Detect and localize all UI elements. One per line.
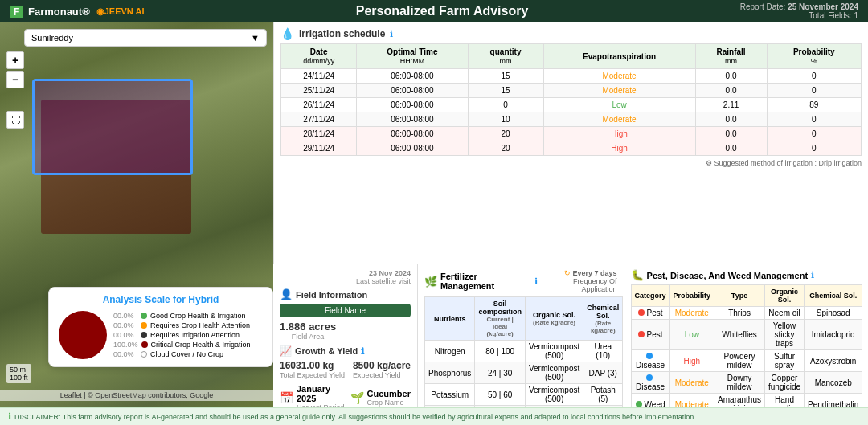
irrigation-info-icon[interactable]: ℹ	[390, 29, 393, 39]
fert-col-nutrient: Nutrients	[425, 297, 475, 341]
irr-qty: 20	[468, 127, 543, 141]
irrigation-header-row: Datedd/mm/yy Optimal TimeHH:MM quantitym…	[281, 44, 862, 69]
legend-label-0: Good Crop Health & Irrigation	[150, 312, 246, 320]
crop-details: Cucumber Crop Name	[367, 389, 411, 407]
fertilizer-row: Sulfur 16 | 20 Vermicompost (500) NPK 19…	[425, 406, 623, 408]
pest-prob: Low	[669, 320, 714, 350]
irrigation-header: 💧 Irrigation schedule ℹ	[280, 27, 862, 40]
irr-time: 06:00-08:00	[357, 98, 468, 112]
fert-chemical: DAP (3)	[583, 362, 623, 384]
legend-label-1: Requires Crop Health Attention	[150, 321, 250, 329]
farmonaut-text: Farmonaut®	[28, 6, 90, 18]
fert-organic: Vermicompost (500)	[525, 341, 583, 362]
irr-time: 06:00-08:00	[357, 69, 468, 84]
irr-time: 06:00-08:00	[357, 141, 468, 156]
pest-col-cat: Category	[631, 285, 669, 307]
report-info: Report Date: 25 November 2024 Total Fiel…	[740, 2, 858, 20]
fertilizer-icon: 🌿	[424, 276, 437, 288]
zoom-in-button[interactable]: +	[6, 51, 24, 69]
irrigation-table: Datedd/mm/yy Optimal TimeHH:MM quantitym…	[280, 43, 862, 156]
logo-area: F Farmonaut® ◉JEEVN AI	[10, 6, 144, 18]
field-outline	[32, 79, 193, 175]
irr-rain: 0.0	[695, 112, 767, 127]
field-area-label: Field Area	[280, 333, 336, 341]
irr-prob: 0	[767, 127, 861, 141]
fullscreen-button[interactable]: ⛶	[6, 111, 24, 129]
main-layout: Sunilreddy ▼ + − ⛶ 50 m 100 ft Analysis …	[0, 22, 868, 407]
fert-organic: Vermicompost (500)	[525, 406, 583, 408]
pest-cat: Pest	[631, 320, 669, 350]
field-area-stat: 1.886 acres Field Area	[280, 321, 336, 341]
fertilizer-row: Nitrogen 80 | 100 Vermicompost (500) Ure…	[425, 341, 623, 362]
field-fill	[35, 81, 190, 173]
fert-soil: 50 | 60	[475, 384, 526, 406]
crop-name: Cucumber	[367, 389, 411, 398]
irr-prob: 0	[767, 84, 861, 98]
legend-label-2: Requires Irrigation Attention	[150, 331, 240, 339]
pest-prob: Moderate	[669, 372, 714, 394]
pest-info-icon[interactable]: ℹ	[811, 270, 814, 280]
expected-yield-label: Expected Yield	[353, 371, 411, 379]
legend-pct-0: 00.0%	[113, 312, 137, 320]
pest-organic: Hand weeding	[765, 394, 805, 408]
map-panel: Sunilreddy ▼ + − ⛶ 50 m 100 ft Analysis …	[0, 22, 273, 407]
field-info-title: Field Information	[296, 290, 367, 300]
col-prob: Probability%	[767, 44, 861, 69]
irr-prob: 0	[767, 112, 861, 127]
frequency-badge: ↻ Every 7 days Frequency Of Application	[538, 269, 616, 293]
fert-col-organic: Organic Sol.(Rate kg/acre)	[525, 297, 583, 341]
pest-panel: 🐛 Pest, Disease, And Weed Management ℹ C…	[624, 264, 868, 407]
map-scale: 50 m 100 ft	[6, 364, 31, 383]
legend-pct-2: 00.0%	[113, 331, 137, 339]
pest-chemical: Mancozeb	[805, 372, 862, 394]
total-yield-value: 16031.00 kg	[280, 360, 345, 371]
irr-rain: 0.0	[695, 127, 767, 141]
fertilizer-header: 🌿 Fertilizer Management ℹ ↻ Every 7 days…	[424, 269, 617, 293]
field-area-row: 1.886 acres Field Area	[280, 321, 411, 341]
legend-label-3: Critical Crop Health & Irrigation	[151, 341, 251, 349]
category-dot	[646, 374, 653, 381]
irrigation-panel: 💧 Irrigation schedule ℹ Datedd/mm/yy Opt…	[273, 22, 868, 264]
field-name-button[interactable]: Field Name	[280, 304, 411, 317]
fert-soil: 24 | 30	[475, 362, 526, 384]
fert-soil: 16 | 20	[475, 406, 526, 408]
zoom-out-button[interactable]: −	[6, 71, 24, 88]
suggested-irrigation: ⚙ Suggested method of irrigation : Drip …	[280, 159, 862, 167]
col-date: Datedd/mm/yy	[281, 44, 357, 69]
pest-cat: Pest	[631, 307, 669, 320]
pest-title: Pest, Disease, And Weed Management	[647, 271, 809, 280]
fert-organic: Vermicompost (500)	[525, 362, 583, 384]
map-search-bar[interactable]: Sunilreddy ▼	[24, 29, 267, 47]
pest-organic: Yellow sticky traps	[765, 320, 805, 350]
fertilizer-header-row: Nutrients Soil compositionCurrent | Idea…	[425, 297, 623, 341]
fert-nutrient: Nitrogen	[425, 341, 475, 362]
legend-dot-1	[141, 322, 147, 329]
fert-col-soil: Soil compositionCurrent | Ideal (kg/acre…	[475, 297, 526, 341]
growth-section-title: 📈 Growth & Yield ℹ	[280, 345, 411, 357]
field-date-sub: Last satellite visit	[356, 277, 411, 285]
dropdown-icon[interactable]: ▼	[251, 33, 260, 43]
irr-date: 24/11/24	[281, 69, 357, 84]
legend-dot-4	[141, 351, 147, 358]
fert-chemical: Urea (10)	[583, 341, 623, 362]
disclaimer-text: DISCLAIMER: This farm advisory report is…	[14, 413, 696, 421]
harvest-month: January 2025	[297, 384, 350, 403]
harvest-info: January 2025 Harvest Period	[297, 384, 350, 407]
irr-date: 25/11/24	[281, 84, 357, 98]
freq-icon: ↻	[564, 269, 571, 277]
report-date-label: Report Date:	[740, 2, 786, 11]
harvest-row: 📅 January 2025 Harvest Period 🌱 Cucumber…	[280, 384, 411, 407]
fertilizer-panel: 🌿 Fertilizer Management ℹ ↻ Every 7 days…	[418, 264, 624, 407]
legend-pct-4: 00.0%	[113, 350, 137, 358]
pest-row: Disease High Powdery mildew Sulfur spray…	[631, 350, 862, 372]
legend-pct-3: 100.0%	[113, 341, 138, 349]
legend-item-2: 00.0% Requires Irrigation Attention	[113, 331, 251, 339]
fert-soil: 80 | 100	[475, 341, 526, 362]
total-fields-value: 1	[854, 11, 858, 20]
growth-info-icon[interactable]: ℹ	[361, 346, 364, 357]
water-drop-icon: 💧	[280, 27, 294, 40]
fert-nutrient: Sulfur	[425, 406, 475, 408]
freq-value: Every 7 days	[573, 269, 617, 277]
category-dot	[646, 353, 653, 359]
irrigation-table-head: Datedd/mm/yy Optimal TimeHH:MM quantitym…	[281, 44, 862, 69]
